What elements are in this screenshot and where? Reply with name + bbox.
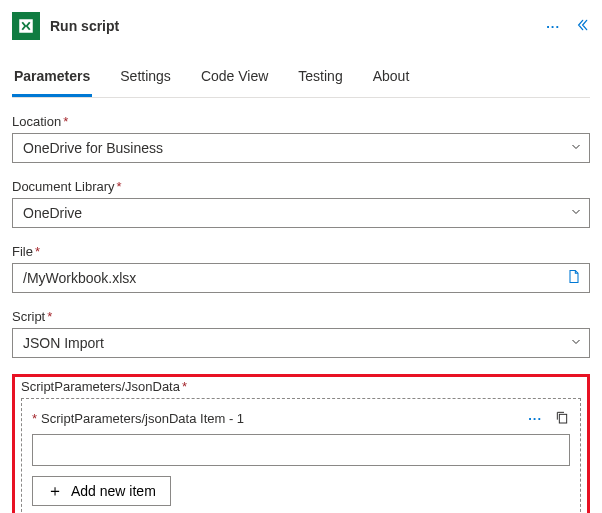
- tab-code-view[interactable]: Code View: [199, 68, 270, 97]
- json-item-input[interactable]: [32, 434, 570, 466]
- excel-icon: [12, 12, 40, 40]
- item-more-icon[interactable]: ···: [528, 411, 542, 426]
- tab-about[interactable]: About: [371, 68, 412, 97]
- json-data-label: ScriptParameters/JsonData*: [21, 379, 581, 394]
- svg-rect-1: [559, 414, 566, 423]
- more-actions-icon[interactable]: ···: [546, 19, 560, 34]
- file-label: File*: [12, 244, 590, 259]
- script-select[interactable]: JSON Import: [12, 328, 590, 358]
- document-library-select[interactable]: OneDrive: [12, 198, 590, 228]
- file-input[interactable]: /MyWorkbook.xlsx: [12, 263, 590, 293]
- document-library-label: Document Library*: [12, 179, 590, 194]
- tab-settings[interactable]: Settings: [118, 68, 173, 97]
- collapse-icon[interactable]: [574, 17, 590, 36]
- tab-testing[interactable]: Testing: [296, 68, 344, 97]
- add-new-item-button[interactable]: ＋ Add new item: [32, 476, 171, 506]
- copy-icon[interactable]: [554, 409, 570, 428]
- tabs-bar: Parameters Settings Code View Testing Ab…: [12, 52, 590, 98]
- json-data-section: ScriptParameters/JsonData* * ScriptParam…: [12, 374, 590, 513]
- file-picker-icon[interactable]: [566, 269, 582, 288]
- tab-parameters[interactable]: Parameters: [12, 68, 92, 97]
- add-new-item-label: Add new item: [71, 483, 156, 499]
- required-marker: *: [32, 411, 37, 426]
- plus-icon: ＋: [47, 483, 63, 499]
- card-title: Run script: [50, 18, 546, 34]
- location-select[interactable]: OneDrive for Business: [12, 133, 590, 163]
- location-label: Location*: [12, 114, 590, 129]
- script-label: Script*: [12, 309, 590, 324]
- json-item-title: ScriptParameters/jsonData Item - 1: [41, 411, 528, 426]
